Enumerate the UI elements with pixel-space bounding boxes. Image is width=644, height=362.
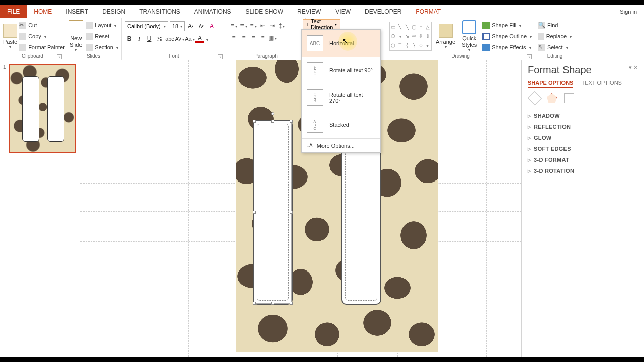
layout-button[interactable]: Layout <box>86 20 118 30</box>
section-glow[interactable]: GLOW <box>528 132 638 143</box>
tab-format[interactable]: FORMAT <box>409 5 448 18</box>
text-direction-horizontal[interactable]: ABC Horizontal ↖ <box>302 30 380 57</box>
font-name-combo[interactable]: Calibri (Body)▾ <box>125 21 168 31</box>
increase-indent-button[interactable]: ⇥ <box>268 21 277 30</box>
strikethrough-button[interactable]: abc <box>165 34 174 43</box>
sign-in-link[interactable]: Sign in <box>613 5 644 18</box>
italic-button[interactable]: I <box>135 34 144 43</box>
resize-handle[interactable] <box>253 302 256 305</box>
panel-tab-shape-options[interactable]: SHAPE OPTIONS <box>528 80 573 88</box>
resize-handle[interactable] <box>271 120 274 123</box>
ribbon: Paste ▾ ✂Cut Copy Format Painter Clipboa… <box>0 18 644 60</box>
shadow-text-button[interactable]: S <box>155 34 164 43</box>
tab-design[interactable]: DESIGN <box>95 5 132 18</box>
decrease-indent-button[interactable]: ⇤ <box>258 21 267 30</box>
align-right-button[interactable]: ≡ <box>249 33 258 42</box>
drawing-launcher[interactable]: ↘ <box>527 54 532 59</box>
tab-transitions[interactable]: TRANSITIONS <box>132 5 187 18</box>
resize-handle[interactable] <box>253 120 256 123</box>
text-direction-more-options[interactable]: ↕A More Options... <box>302 138 380 152</box>
section-3d-rotation[interactable]: 3-D ROTATION <box>528 165 638 176</box>
section-reflection[interactable]: REFLECTION <box>528 121 638 132</box>
paste-button[interactable]: Paste ▾ <box>3 19 17 53</box>
effects-icon[interactable] <box>547 93 557 103</box>
quick-styles-icon <box>462 20 476 34</box>
tab-animations[interactable]: ANIMATIONS <box>187 5 238 18</box>
tab-view[interactable]: VIEW <box>328 5 358 18</box>
shape-outline-icon <box>482 33 490 40</box>
section-soft-edges[interactable]: SOFT EDGES <box>528 143 638 154</box>
shape-fill-icon <box>482 22 490 29</box>
section-3d-format[interactable]: 3-D FORMAT <box>528 154 638 165</box>
list-level-button[interactable]: ≡ <box>249 21 258 30</box>
text-direction-icon: ↕ <box>306 22 309 27</box>
shapes-gallery[interactable]: ▭╲╲▢○△ ⬡↳↘⇨⇩⇧ ⬠⌒{}☆▾ <box>389 22 432 51</box>
section-shadow[interactable]: SHADOW <box>528 110 638 121</box>
tab-insert[interactable]: INSERT <box>59 5 95 18</box>
panel-tab-text-options[interactable]: TEXT OPTIONS <box>581 80 621 88</box>
arrange-button[interactable]: Arrange▾ <box>435 24 457 49</box>
slide-canvas[interactable] <box>80 60 521 357</box>
replace-button[interactable]: Replace <box>538 31 572 41</box>
columns-button[interactable]: ▥ <box>268 33 277 42</box>
find-button[interactable]: 🔍Find <box>538 20 572 30</box>
resize-handle[interactable] <box>271 302 274 305</box>
scissors-icon: ✂ <box>19 22 26 29</box>
tab-review[interactable]: REVIEW <box>290 5 328 18</box>
numbering-button[interactable]: ≡ <box>239 21 248 30</box>
resize-handle[interactable] <box>290 120 293 123</box>
editing-group-label: Editing <box>538 53 572 60</box>
shape-fill-button[interactable]: Shape Fill <box>482 20 532 30</box>
reset-button[interactable]: Reset <box>86 31 118 41</box>
fill-line-icon[interactable] <box>528 91 542 105</box>
font-group-label: Font <box>169 53 179 59</box>
rotation-handle[interactable] <box>271 112 274 115</box>
text-direction-stacked[interactable]: ABC Stacked <box>302 111 380 138</box>
section-button[interactable]: Section <box>86 42 118 52</box>
resize-handle[interactable] <box>290 211 293 214</box>
line-spacing-button[interactable]: ‡ <box>277 21 286 30</box>
tab-file[interactable]: FILE <box>0 5 27 18</box>
align-left-button[interactable]: ≡ <box>229 33 238 42</box>
text-direction-rotate90[interactable]: ABC Rotate all text 90° <box>302 57 380 84</box>
slide-thumbnails-pane: 1 <box>0 60 80 357</box>
char-spacing-button[interactable]: AV <box>175 34 184 43</box>
shape-effects-button[interactable]: Shape Effects <box>482 42 532 52</box>
new-slide-button[interactable]: New Slide ▾ <box>68 19 84 53</box>
slide-thumbnail-1[interactable] <box>9 64 76 153</box>
select-icon: ↖ <box>538 44 545 51</box>
font-color-button[interactable]: A <box>195 35 204 43</box>
tab-home[interactable]: HOME <box>27 5 59 18</box>
section-icon <box>86 44 93 51</box>
resize-handle[interactable] <box>253 211 256 214</box>
rotate270-thumb-icon: ABC <box>307 89 323 106</box>
shape-outline-button[interactable]: Shape Outline <box>482 31 532 41</box>
bullets-button[interactable]: ≡ <box>229 21 238 30</box>
size-props-icon[interactable] <box>564 93 574 103</box>
copy-button[interactable]: Copy <box>19 31 65 41</box>
resize-handle[interactable] <box>290 302 293 305</box>
panel-close-button[interactable]: ▾ ✕ <box>629 64 638 71</box>
font-launcher[interactable]: ↘ <box>218 54 223 59</box>
clear-formatting-button[interactable]: A <box>207 22 216 31</box>
font-size-combo[interactable]: 18▾ <box>170 21 185 31</box>
select-button[interactable]: ↖Select <box>538 42 572 52</box>
align-center-button[interactable]: ≡ <box>239 33 248 42</box>
clipboard-launcher[interactable]: ↘ <box>57 54 62 59</box>
justify-button[interactable]: ≡ <box>258 33 267 42</box>
change-case-button[interactable]: Aa <box>185 34 194 43</box>
text-direction-rotate270[interactable]: ABC Rotate all text 270° <box>302 84 380 111</box>
quick-styles-button[interactable]: Quick Styles▾ <box>459 20 479 52</box>
stacked-thumb-icon: ABC <box>307 117 323 133</box>
reset-icon <box>86 33 93 40</box>
grow-font-button[interactable]: A▴ <box>186 22 195 31</box>
underline-button[interactable]: U <box>145 34 154 43</box>
shrink-font-button[interactable]: A▾ <box>197 22 206 31</box>
text-direction-button[interactable]: ↕ Text Direction ▾ <box>303 19 340 29</box>
tab-developer[interactable]: DEVELOPER <box>358 5 409 18</box>
bold-button[interactable]: B <box>125 34 134 43</box>
cut-button[interactable]: ✂Cut <box>19 20 65 30</box>
replace-icon <box>538 33 544 40</box>
tab-slideshow[interactable]: SLIDE SHOW <box>238 5 290 18</box>
format-painter-button[interactable]: Format Painter <box>19 42 65 52</box>
